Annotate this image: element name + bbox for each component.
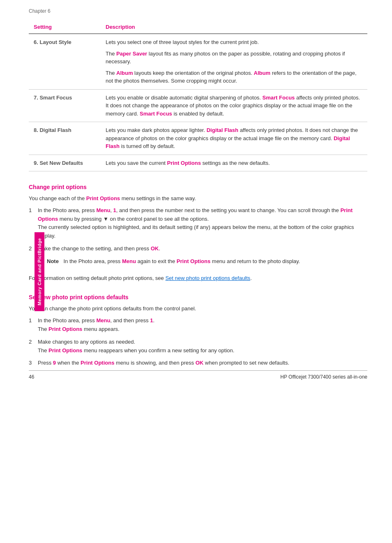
list-item: 1 In the Photo area, press Menu, and the…: [29, 317, 367, 334]
note-block: Note In the Photo area, press Menu again…: [47, 257, 367, 266]
col-desc-header: Description: [101, 21, 367, 34]
list-item: 2 Make the change to the setting, and th…: [29, 245, 367, 270]
section-defaults-heading: Set new photo print options defaults: [29, 294, 367, 300]
table-row: 8. Digital Flash Lets you make dark phot…: [29, 122, 367, 155]
setting-desc: Lets you select one of three layout styl…: [101, 34, 367, 89]
table-row: 7. Smart Focus Lets you enable or disabl…: [29, 89, 367, 122]
sidebar-label: Memory Card and PictBridge: [35, 232, 44, 311]
setting-label: 9. Set New Defaults: [29, 155, 101, 171]
setting-desc: Lets you save the current Print Options …: [101, 155, 367, 171]
note-label: Note: [47, 258, 59, 264]
setting-label: 7. Smart Focus: [29, 89, 101, 122]
section-change-heading: Change print options: [29, 184, 367, 190]
product-name: HP Officejet 7300/7400 series all-in-one: [280, 374, 367, 380]
page-number: 46: [29, 374, 34, 380]
setting-desc: Lets you make dark photos appear lighter…: [101, 122, 367, 155]
list-item: 3 Press 9 when the Print Options menu is…: [29, 359, 367, 367]
chapter-header: Chapter 6: [29, 8, 367, 14]
table-row: 9. Set New Defaults Lets you save the cu…: [29, 155, 367, 171]
setting-label: 8. Digital Flash: [29, 122, 101, 155]
page-footer: 46 HP Officejet 7300/7400 series all-in-…: [29, 370, 367, 380]
step-number: 2: [29, 338, 38, 355]
step-number: 1: [29, 317, 38, 334]
section-change-footer: For information on setting default photo…: [29, 274, 367, 283]
step-content: Press 9 when the Print Options menu is s…: [38, 359, 367, 367]
table-row: 6. Layout Style Lets you select one of t…: [29, 34, 367, 89]
step-content: In the Photo area, press Menu, and then …: [38, 317, 367, 334]
setting-desc: Lets you enable or disable automatic dig…: [101, 89, 367, 122]
step-content: Make changes to any options as needed. T…: [38, 338, 367, 355]
col-setting-header: Setting: [29, 21, 101, 34]
step-content: Make the change to the setting, and then…: [38, 245, 367, 270]
step-number: 3: [29, 359, 38, 367]
list-item: 2 Make changes to any options as needed.…: [29, 338, 367, 355]
section-change-intro: You change each of the Print Options men…: [29, 194, 367, 203]
page-container: Chapter 6 Setting Description 6. Layout …: [0, 0, 392, 388]
defaults-steps-list: 1 In the Photo area, press Menu, and the…: [29, 317, 367, 367]
setting-label: 6. Layout Style: [29, 34, 101, 89]
change-steps-list: 1 In the Photo area, press Menu, 1, and …: [29, 206, 367, 270]
section-defaults-intro: You can change the photo print options d…: [29, 305, 367, 313]
list-item: 1 In the Photo area, press Menu, 1, and …: [29, 206, 367, 240]
set-defaults-link[interactable]: Set new photo print options defaults: [165, 275, 250, 281]
settings-table: Setting Description 6. Layout Style Lets…: [29, 21, 367, 171]
step-content: In the Photo area, press Menu, 1, and th…: [38, 206, 367, 240]
